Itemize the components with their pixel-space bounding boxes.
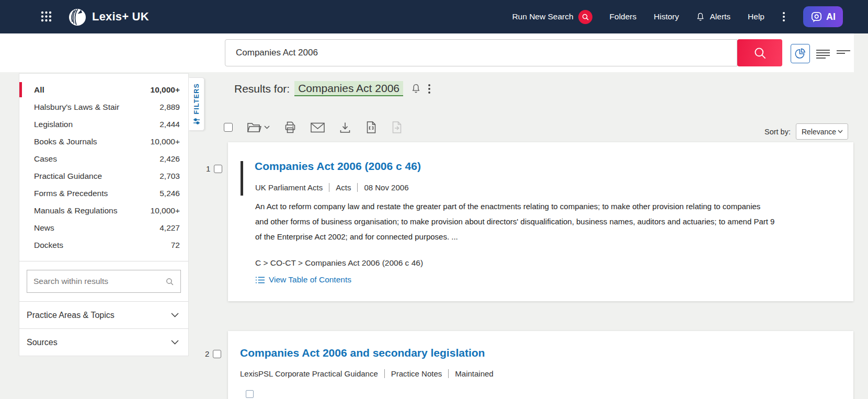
category-row-forms-precedents[interactable]: Forms & Precedents 5,246	[19, 185, 188, 202]
view-toc-label: View Table of Contents	[269, 275, 351, 284]
search-within-wrap	[19, 261, 188, 301]
result-date: 08 Nov 2006	[357, 183, 408, 192]
result-1-select: 1	[206, 164, 222, 173]
result-1-meta: UK Parliament Acts Acts 08 Nov 2006	[255, 183, 408, 192]
lexis-logo-icon[interactable]	[67, 6, 88, 29]
overflow-menu-icon[interactable]	[782, 11, 786, 22]
category-label: Cases	[34, 154, 57, 164]
results-heading: Results for: Companies Act 2006	[234, 81, 430, 96]
category-count: 10,000+	[151, 206, 180, 215]
ai-button-label: AI	[826, 12, 836, 22]
apps-grid-icon[interactable]	[41, 11, 52, 24]
result-2-inline-checkbox[interactable]	[246, 390, 254, 398]
sort-control: Sort by: Relevance	[764, 123, 848, 140]
document-select-icon	[366, 121, 377, 134]
result-card-1: Companies Act 2006 (2006 c 46) UK Parlia…	[228, 142, 853, 301]
app-header: Lexis+ UK Run New Search Folders History…	[0, 0, 868, 33]
select-all-checkbox[interactable]	[224, 123, 233, 132]
title-view-icon	[836, 48, 851, 60]
category-label: Dockets	[34, 241, 63, 250]
filters-tab-label: FILTERS	[193, 83, 200, 115]
search-within-box	[27, 270, 181, 293]
category-count: 10,000+	[151, 85, 180, 95]
category-count: 2,889	[159, 102, 180, 112]
results-sidebar: All 10,000+ Halsbury's Laws & Stair 2,88…	[19, 73, 189, 356]
category-row-books-journals[interactable]: Books & Journals 10,000+	[19, 133, 188, 150]
category-label: Manuals & Regulations	[34, 206, 117, 215]
chevron-down-icon	[171, 340, 179, 345]
search-icon	[753, 46, 767, 60]
nav-help[interactable]: Help	[748, 12, 764, 21]
list-view-toggle[interactable]	[816, 47, 830, 60]
category-count: 2,444	[159, 120, 180, 129]
query-highlight[interactable]: Companies Act 2006	[294, 81, 403, 96]
result-1-checkbox[interactable]	[214, 165, 222, 173]
nav-folders[interactable]: Folders	[610, 12, 637, 21]
filters-tab[interactable]: FILTERS	[189, 77, 204, 131]
category-row-manuals-regulations[interactable]: Manuals & Regulations 10,000+	[19, 202, 188, 219]
main-search-input[interactable]	[225, 39, 737, 66]
nav-history[interactable]: History	[654, 12, 679, 21]
ai-assistant-button[interactable]: AI	[803, 6, 843, 27]
open-document-button-disabled	[391, 121, 403, 134]
result-2-checkbox[interactable]	[213, 350, 221, 358]
category-row-all[interactable]: All 10,000+	[19, 81, 188, 98]
title-view-toggle[interactable]	[836, 47, 851, 60]
export-selection-button[interactable]	[366, 121, 377, 134]
filter-sliders-icon	[193, 118, 200, 125]
category-row-halsburys[interactable]: Halsbury's Laws & Stair 2,889	[19, 98, 188, 116]
email-button[interactable]	[311, 122, 325, 133]
sort-select[interactable]: Relevance	[796, 123, 848, 140]
category-label: Halsbury's Laws & Stair	[34, 102, 119, 112]
result-doc-type: Acts	[329, 183, 351, 192]
search-within-input[interactable]	[33, 277, 165, 286]
header-nav: Run New Search Folders History Alerts He…	[512, 0, 843, 33]
category-label: Practical Guidance	[34, 172, 102, 181]
category-count: 2,426	[159, 154, 180, 164]
category-row-legislation[interactable]: Legislation 2,444	[19, 116, 188, 133]
result-2-select: 2	[205, 349, 221, 358]
list-view-icon	[816, 48, 830, 60]
printer-icon	[284, 121, 296, 134]
search-band	[0, 33, 854, 72]
section-label: Sources	[27, 338, 58, 347]
view-toc-link[interactable]: View Table of Contents	[255, 275, 351, 284]
search-circle-icon	[578, 10, 592, 24]
category-row-news[interactable]: News 4,227	[19, 219, 188, 236]
download-button[interactable]	[339, 121, 351, 134]
folder-icon	[247, 121, 261, 133]
category-label: Books & Journals	[34, 137, 97, 146]
category-row-cases[interactable]: Cases 2,426	[19, 150, 188, 167]
category-row-practical-guidance[interactable]: Practical Guidance 2,703	[19, 167, 188, 185]
category-label: All	[34, 85, 44, 95]
category-count: 4,227	[159, 223, 180, 233]
search-button[interactable]	[737, 39, 782, 66]
nav-alerts-label: Alerts	[710, 12, 730, 21]
print-button[interactable]	[284, 121, 296, 134]
result-date: Maintained	[448, 369, 493, 378]
category-row-dockets[interactable]: Dockets 72	[19, 236, 188, 254]
section-label: Practice Areas & Topics	[27, 311, 115, 320]
brand-title[interactable]: Lexis+ UK	[92, 0, 149, 33]
section-sources[interactable]: Sources	[19, 328, 188, 356]
result-number: 1	[206, 164, 210, 173]
category-count: 5,246	[159, 189, 180, 198]
pie-chart-icon	[794, 48, 806, 60]
result-source: UK Parliament Acts	[255, 183, 323, 192]
folder-button[interactable]	[247, 121, 270, 133]
result-1-title-link[interactable]: Companies Act 2006 (2006 c 46)	[255, 160, 421, 173]
sort-selected-value: Relevance	[802, 128, 836, 136]
create-alert-bell-icon[interactable]	[411, 83, 421, 94]
nav-alerts[interactable]: Alerts	[696, 12, 730, 22]
result-1-breadcrumb: C > CO-CT > Companies Act 2006 (2006 c 4…	[255, 258, 423, 268]
snapshot-view-toggle[interactable]	[791, 44, 810, 63]
result-source: LexisPSL Corporate Practical Guidance	[240, 369, 378, 378]
run-new-search-link[interactable]: Run New Search	[512, 10, 592, 24]
results-toolbar	[224, 121, 403, 134]
category-count: 10,000+	[151, 137, 180, 146]
category-count: 72	[171, 241, 180, 250]
section-practice-areas[interactable]: Practice Areas & Topics	[19, 301, 188, 328]
results-overflow-menu-icon[interactable]	[428, 84, 430, 94]
result-2-title-link[interactable]: Companies Act 2006 and secondary legisla…	[240, 347, 485, 359]
category-label: Legislation	[34, 120, 73, 129]
